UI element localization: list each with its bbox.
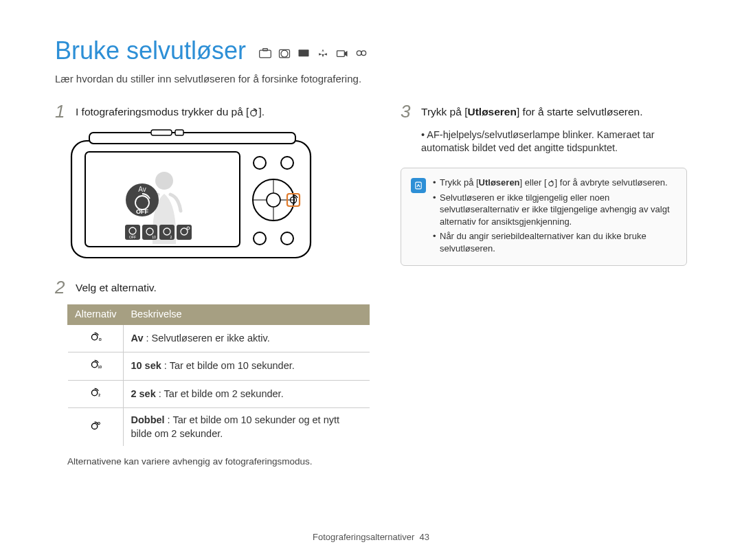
timer-icon (249, 108, 258, 117)
page-footer: Fotograferingsalternativer 43 (0, 531, 742, 544)
svg-rect-11 (89, 133, 295, 144)
step-number-1: 1 (55, 102, 67, 120)
svg-text:10: 10 (152, 235, 156, 239)
mode-icon-movie (335, 48, 349, 59)
svg-rect-1 (263, 49, 268, 51)
svg-point-51 (548, 181, 553, 186)
info-box: Trykk på [Utløseren] eller [] for å avbr… (401, 168, 687, 266)
mode-icon-smart-auto (258, 48, 272, 59)
svg-rect-4 (299, 50, 309, 57)
svg-text:10: 10 (98, 366, 102, 369)
svg-point-15 (155, 172, 173, 190)
step-3-bullet: AF-hjelpelys/selvutløserlampe blinker. K… (421, 128, 687, 155)
overlay-label: Av (138, 186, 146, 193)
step-number-2: 2 (55, 278, 67, 296)
svg-rect-0 (260, 51, 271, 58)
mode-icon-scene (297, 48, 311, 59)
svg-point-46 (91, 390, 97, 395)
svg-rect-50 (416, 182, 421, 189)
timer-icon (547, 179, 555, 188)
step-3-text: Trykk på [Utløseren] for å starte selvut… (421, 102, 642, 120)
svg-text:2: 2 (170, 235, 172, 239)
info-item: Selvutløseren er ikke tilgjengelig eller… (433, 192, 677, 228)
mode-icon-program (278, 48, 291, 59)
step-1-text: I fotograferingsmodus trykker du på []. (76, 102, 265, 120)
svg-rect-12 (151, 130, 172, 135)
intro-text: Lær hvordan du stiller inn selvutløseren… (55, 72, 687, 86)
svg-point-8 (251, 110, 256, 115)
svg-point-48 (91, 423, 97, 429)
svg-point-6 (357, 51, 361, 56)
step-number-3: 3 (401, 102, 413, 120)
svg-point-35 (267, 193, 280, 207)
info-item: Når du angir seriebildealternativer kan … (433, 230, 677, 254)
info-icon (411, 178, 426, 193)
svg-rect-24 (159, 225, 175, 240)
svg-rect-5 (337, 51, 345, 56)
camera-illustration: Av OFF OFF 10 2 (69, 128, 370, 266)
timer-off-icon: OFF (68, 324, 124, 352)
svg-text:2: 2 (98, 394, 100, 397)
overlay-state: OFF (136, 208, 148, 215)
table-row: Dobbel : Tar et bilde om 10 sekunder og … (68, 408, 370, 447)
svg-point-33 (281, 232, 293, 245)
timer-2-icon: 2 (68, 380, 124, 408)
info-item: Trykk på [Utløseren] eller [] for å avbr… (433, 177, 677, 189)
table-row: OFF Av : Selvutløseren er ikke aktiv. (68, 324, 370, 352)
svg-point-30 (254, 157, 266, 169)
table-row: 2 2 sek : Tar et bilde om 2 sekunder. (68, 380, 370, 408)
step-2-text: Velg et alternativ. (76, 278, 157, 296)
page-title: Bruke selvutløser (55, 34, 246, 68)
table-footnote: Alternativene kan variere avhengig av fo… (67, 456, 370, 468)
mode-icon-strip (258, 48, 368, 59)
svg-point-44 (91, 362, 97, 368)
th-alternativ: Alternativ (68, 305, 124, 325)
svg-rect-13 (175, 130, 183, 135)
mode-icon-dual-is (316, 48, 330, 59)
svg-point-2 (281, 51, 288, 58)
svg-text:OFF: OFF (129, 235, 136, 239)
svg-point-42 (91, 334, 97, 339)
timer-10-icon: 10 (68, 352, 124, 381)
th-beskrivelse: Beskrivelse (124, 305, 370, 325)
options-table: Alternativ Beskrivelse OFF Av : Selvutlø… (67, 304, 370, 446)
timer-double-icon (68, 408, 124, 447)
mode-icon-smart-movie (355, 48, 368, 59)
svg-point-32 (254, 232, 266, 245)
svg-point-7 (361, 51, 366, 56)
svg-text:OFF: OFF (99, 338, 102, 341)
svg-point-31 (281, 157, 293, 169)
table-row: 10 10 sek : Tar et bilde om 10 sekunder. (68, 352, 370, 381)
